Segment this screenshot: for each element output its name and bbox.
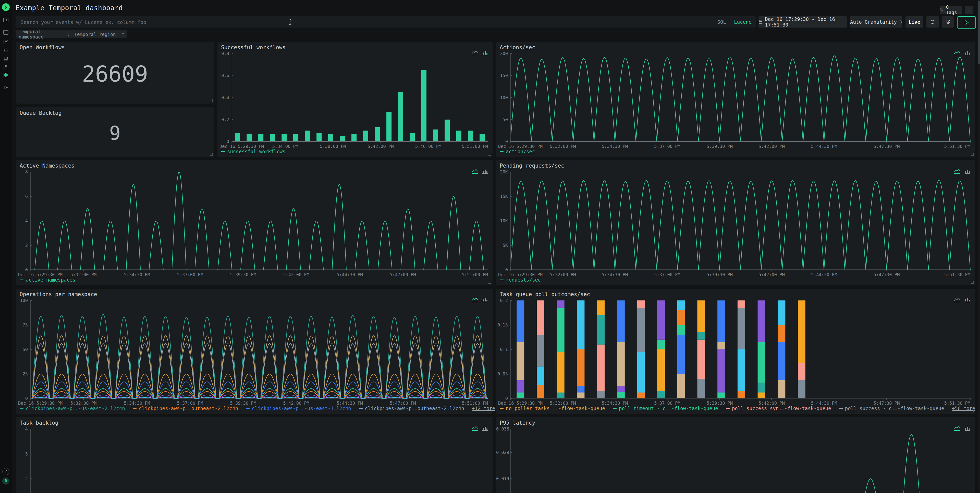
- ibeam-cursor: [288, 18, 292, 25]
- panel-resize-handle[interactable]: [971, 281, 974, 284]
- settings-gear-icon[interactable]: [3, 84, 9, 91]
- lucene-mode-button[interactable]: Lucene: [734, 19, 752, 25]
- filter-chip-temporal-namespace[interactable]: Temporal namespace: [16, 30, 73, 38]
- legend-item[interactable]: clickpipes-aws-p..outheast-2.l2c4n: [359, 406, 464, 411]
- legend-label: clickpipes-aws-p..outheast-2.l2c4n: [365, 406, 464, 411]
- y-axis-label: 25: [16, 371, 28, 376]
- legend-item[interactable]: clickpipes-aws-p..-us-east-1.l2c4n: [246, 406, 351, 411]
- legend-label: no_poller_tasks ..-flow-task-queue: [506, 406, 605, 411]
- x-axis-label: 5:34:30 PM: [602, 272, 628, 277]
- legend-label: poll_success · c..-flow-task-queue: [845, 406, 944, 411]
- legend-color-dash: [20, 408, 24, 409]
- legend-item[interactable]: clickpipes-aws-p..-us-east-2.l2c4n: [20, 406, 125, 411]
- dashboard-icon[interactable]: [3, 72, 9, 78]
- legend-item[interactable]: active namespaces: [20, 277, 75, 282]
- help-label: ?: [5, 469, 7, 474]
- filter-chip-temporal-region[interactable]: Temporal region: [71, 30, 127, 38]
- y-axis-label: 0.4: [218, 95, 229, 100]
- x-axis-label: 5:32:00 PM: [550, 144, 576, 149]
- panel-resize-handle[interactable]: [210, 100, 213, 102]
- x-axis-label: 5:51:00 PM: [462, 144, 488, 149]
- date-range-button[interactable]: Dec 16 17:29:30 - Dec 16 17:51:30: [759, 16, 847, 27]
- panel-title: Task queue poll outcomes/sec: [500, 291, 590, 297]
- y-axis-label: 0.2: [218, 117, 229, 122]
- legend-item[interactable]: poll_success · c..-flow-task-queue: [839, 406, 944, 411]
- legend-item[interactable]: poll_timeout · c..-flow-task-queue: [613, 406, 718, 411]
- user-avatar[interactable]: D: [2, 477, 10, 485]
- legend-label: successful workflows: [227, 149, 286, 154]
- x-axis-label: 5:44:30 PM: [811, 401, 837, 406]
- panel-resize-handle[interactable]: [210, 153, 213, 155]
- kebab-menu-button[interactable]: ⋮: [965, 6, 974, 14]
- x-axis-label: Dec 16 5:29:30 PM: [498, 401, 542, 406]
- y-axis-label: 0.15: [496, 322, 508, 328]
- granularity-select[interactable]: Auto Granularity: [850, 16, 902, 27]
- legend-color-dash: [839, 408, 843, 409]
- search-input[interactable]: [20, 16, 685, 28]
- search-bar: SQL | Lucene: [16, 16, 756, 27]
- legend-color-dash: [613, 408, 617, 409]
- legend-item[interactable]: poll_success_syn..-flow-task-queue: [726, 406, 831, 411]
- sql-mode-button[interactable]: SQL: [718, 19, 726, 25]
- y-axis-label: 0: [496, 267, 508, 273]
- live-button[interactable]: Live: [905, 16, 923, 27]
- legend-label: requests/sec: [506, 277, 541, 282]
- y-axis-label: 75: [16, 322, 28, 328]
- x-axis-label: 5:46:00 PM: [415, 144, 441, 149]
- granularity-label: Auto Granularity: [850, 19, 897, 25]
- x-axis-label: 5:42:00 PM: [368, 144, 393, 149]
- filter-button[interactable]: [942, 16, 954, 27]
- y-axis-label: 4: [16, 426, 28, 431]
- x-axis-label: 5:51:30 PM: [944, 144, 970, 149]
- collapse-panel-icon[interactable]: [3, 17, 9, 23]
- help-button[interactable]: ?: [2, 468, 10, 475]
- legend-label: action/sec: [506, 149, 535, 154]
- y-axis-label: 100: [496, 95, 508, 100]
- x-axis-label: 5:34:00 PM: [272, 144, 298, 149]
- tags-button[interactable]: 0 Tags: [940, 6, 962, 14]
- legend-item[interactable]: requests/sec: [500, 277, 541, 282]
- chip-label: Temporal namespace: [19, 29, 64, 40]
- legend-more-link[interactable]: +12 more: [472, 406, 495, 411]
- panel-resize-handle[interactable]: [488, 410, 491, 412]
- legend-item[interactable]: successful workflows: [221, 149, 286, 154]
- x-axis-label: 5:34:30 PM: [124, 272, 150, 277]
- x-axis-label: Dec 16 5:29:30 PM: [18, 272, 62, 277]
- sort-arrows-icon: [122, 32, 124, 36]
- legend-item[interactable]: clickpipes-aws-p..outheast-2.l2c4n: [133, 406, 238, 411]
- chart-canvas: [232, 54, 488, 143]
- y-axis-label: 3: [16, 452, 28, 457]
- legend-item[interactable]: action/sec: [500, 149, 535, 154]
- chart-legend: action/sec: [500, 149, 535, 154]
- chart-icon[interactable]: [3, 38, 9, 45]
- panel-title: Operations per namespace: [20, 291, 97, 297]
- scrollbar-thumb[interactable]: [978, 0, 980, 64]
- live-label: Live: [908, 19, 920, 25]
- panel-title: Open Workflows: [20, 44, 65, 51]
- panel-resize-handle[interactable]: [488, 153, 491, 155]
- table-icon[interactable]: [3, 29, 9, 36]
- panel-resize-handle[interactable]: [488, 281, 491, 284]
- app-logo-icon[interactable]: [2, 3, 10, 11]
- graph-nodes-icon[interactable]: [3, 64, 9, 71]
- laptop-icon[interactable]: [3, 55, 9, 62]
- run-query-button[interactable]: [957, 16, 976, 29]
- x-axis-label: 5:47:00 PM: [390, 272, 416, 277]
- tag-icon: [940, 8, 944, 12]
- panel-resize-handle[interactable]: [971, 153, 974, 155]
- x-axis-label: 5:39:30 PM: [707, 272, 733, 277]
- date-range-label: Dec 16 17:29:30 - Dec 16 17:51:30: [765, 16, 847, 27]
- y-axis-label: 6: [16, 194, 28, 199]
- x-axis-label: Dec 16 5:29:30 PM: [498, 272, 542, 277]
- panel-resize-handle[interactable]: [971, 410, 974, 412]
- panel-operations-namespace: Operations per namespace1007550250Dec 16…: [16, 289, 493, 414]
- panel-queue-backlog: Queue Backlog9: [16, 107, 214, 157]
- chip-label: Temporal region: [74, 32, 118, 37]
- bell-icon[interactable]: [3, 47, 9, 53]
- chart-canvas: [511, 172, 970, 271]
- x-axis-label: 5:47:30 PM: [873, 401, 900, 406]
- refresh-button[interactable]: [926, 16, 939, 27]
- chart-canvas: [511, 54, 970, 143]
- legend-item[interactable]: no_poller_tasks ..-flow-task-queue: [500, 406, 605, 411]
- legend-color-dash: [20, 279, 24, 280]
